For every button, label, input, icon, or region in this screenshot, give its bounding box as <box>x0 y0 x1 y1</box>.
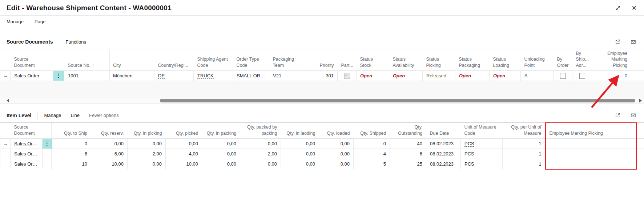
qty-packed-by-packing-cell[interactable]: 2,00 <box>240 149 281 159</box>
column-partial[interactable]: Part... <box>338 49 357 71</box>
menu-item-line[interactable]: Line <box>71 113 80 118</box>
column-status-picking[interactable]: Status Picking <box>423 49 455 71</box>
qty-in-laoding-cell[interactable]: 0,00 <box>281 138 319 149</box>
unit-of-measure-cell[interactable]: PCS <box>461 149 503 159</box>
column-qty-picked[interactable]: Qty. picked <box>166 123 202 139</box>
horizontal-scrollbar[interactable] <box>0 98 644 104</box>
mail-icon[interactable] <box>631 113 636 118</box>
menu-functions[interactable]: Functions <box>66 39 86 45</box>
collapse-window-icon[interactable] <box>615 5 621 11</box>
order-type-code-cell[interactable]: SMALL ORDE... <box>233 70 269 81</box>
column-country-region[interactable]: Country/Regi... <box>154 49 194 71</box>
by-ship-adr-checkbox[interactable] <box>579 73 585 79</box>
qty-reserv-cell[interactable]: 0,00 <box>91 138 128 149</box>
qty-packed-by-packing-cell[interactable]: 0,00 <box>240 138 281 149</box>
qty-picked-cell[interactable]: 4,00 <box>166 149 202 159</box>
qty-in-packing-cell[interactable]: 0,00 <box>202 159 240 169</box>
employee-marking-picking-cell[interactable] <box>546 159 636 169</box>
qty-to-ship-cell[interactable]: 10 <box>52 159 91 169</box>
country-region-cell[interactable]: DE <box>154 70 194 81</box>
column-qty-shipped[interactable]: Qty. Shipped <box>354 123 390 139</box>
scroll-left-icon[interactable] <box>7 99 9 102</box>
menu-manage[interactable]: Manage <box>7 19 24 24</box>
column-qty-reserv[interactable]: Qty. reserv. <box>91 123 128 139</box>
column-qty-outstanding[interactable]: Qty. Outstanding <box>390 123 426 139</box>
column-qty-in-laoding[interactable]: Qty. in laoding <box>281 123 319 139</box>
qty-per-unit-cell[interactable]: 1 <box>503 149 546 159</box>
qty-packed-by-packing-cell[interactable]: 0,00 <box>240 159 281 169</box>
qty-in-packing-cell[interactable]: 0,00 <box>202 138 240 149</box>
close-icon[interactable]: ✕ <box>632 5 637 11</box>
employee-marking-picking-cell[interactable] <box>546 149 636 159</box>
column-qty-in-picking[interactable]: Qty. in picking <box>128 123 166 139</box>
status-packaging-cell[interactable]: Open <box>455 70 490 81</box>
share-icon[interactable] <box>615 113 620 118</box>
column-city[interactable]: City <box>109 49 154 71</box>
column-by-ship-adr[interactable]: By Ship... Adr... <box>572 49 592 71</box>
partial-checkbox[interactable] <box>344 73 350 79</box>
status-loading-cell[interactable]: Open <box>490 70 521 81</box>
qty-loaded-cell[interactable]: 0,00 <box>319 138 354 149</box>
column-qty-in-packing[interactable]: Qty. in packing <box>202 123 240 139</box>
column-unit-of-measure-code[interactable]: Unit of Measure Code <box>461 123 503 139</box>
qty-in-picking-cell[interactable]: 0,00 <box>128 138 166 149</box>
qty-in-packing-cell[interactable]: 0,00 <box>202 149 240 159</box>
column-shipping-agent-code[interactable]: Shipping Agent Code <box>194 49 233 71</box>
column-qty-loaded[interactable]: Qty. loaded <box>319 123 354 139</box>
source-document-cell[interactable]: Sales Order <box>11 138 43 149</box>
qty-loaded-cell[interactable]: 0,00 <box>319 159 354 169</box>
qty-outstanding-cell[interactable]: 40 <box>390 138 426 149</box>
unit-of-measure-cell[interactable]: PCS <box>461 159 503 169</box>
status-stock-cell[interactable]: Open <box>357 70 389 81</box>
qty-outstanding-cell[interactable]: 25 <box>390 159 426 169</box>
qty-in-picking-cell[interactable]: 0,00 <box>128 159 166 169</box>
menu-item-manage[interactable]: Manage <box>44 113 61 118</box>
column-order-type-code[interactable]: Order Type Code <box>233 49 269 71</box>
scroll-right-icon[interactable] <box>639 99 642 102</box>
priority-cell[interactable]: 301 <box>310 70 338 81</box>
column-source-document[interactable]: Source Document <box>11 49 53 71</box>
qty-in-laoding-cell[interactable]: 0,00 <box>281 149 319 159</box>
column-qty-per-unit-of-measure[interactable]: Qty. per Unit of Measure <box>503 123 546 139</box>
column-by-order[interactable]: By Order <box>554 49 572 71</box>
qty-per-unit-cell[interactable]: 1 <box>503 138 546 149</box>
column-employee-marking-picking[interactable]: Employee Marking Picking <box>592 49 631 71</box>
source-document-cell[interactable]: Sales Order <box>11 70 53 81</box>
column-packaging-team[interactable]: Packaging Team <box>269 49 310 71</box>
qty-shipped-cell[interactable]: 4 <box>354 149 390 159</box>
column-employee-marking-picking[interactable]: Employee Marking Picking <box>546 123 636 139</box>
source-document-cell[interactable]: Sales Order <box>11 159 43 169</box>
city-cell[interactable]: München <box>109 70 154 81</box>
source-document-cell[interactable]: Sales Order <box>11 149 43 159</box>
qty-shipped-cell[interactable]: 5 <box>354 159 390 169</box>
qty-picked-cell[interactable]: 0,00 <box>166 138 202 149</box>
qty-picked-cell[interactable]: 10,00 <box>166 159 202 169</box>
unit-of-measure-cell[interactable]: PCS <box>461 138 503 149</box>
status-picking-cell[interactable]: Released <box>423 70 455 81</box>
qty-loaded-cell[interactable]: 0,00 <box>319 149 354 159</box>
column-due-date[interactable]: Due Date <box>426 123 461 139</box>
due-date-cell[interactable]: 08.02.2023 <box>426 138 461 149</box>
by-order-checkbox[interactable] <box>560 73 566 79</box>
menu-page[interactable]: Page <box>35 19 45 24</box>
unloading-point-cell[interactable]: A <box>521 70 554 81</box>
qty-to-ship-cell[interactable]: 6 <box>52 149 91 159</box>
column-qty-packed-by-packing[interactable]: Qty. packed by packing <box>240 123 281 139</box>
column-status-availability[interactable]: Status Availability <box>389 49 423 71</box>
column-source-document[interactable]: Source Document <box>11 123 43 139</box>
row-options-button[interactable]: ⋮ <box>53 70 64 81</box>
due-date-cell[interactable]: 08.02.2023 <box>426 149 461 159</box>
share-icon[interactable] <box>615 39 620 45</box>
column-qty-to-ship[interactable]: Qty. to Ship <box>52 123 91 139</box>
source-no-cell[interactable]: 1001 <box>64 70 109 81</box>
employee-marking-picking-cell[interactable]: 0 <box>592 70 631 81</box>
due-date-cell[interactable]: 08.02.2023 <box>426 159 461 169</box>
qty-in-picking-cell[interactable]: 2,00 <box>128 149 166 159</box>
menu-fewer-options[interactable]: Fewer options <box>89 113 119 118</box>
employee-marking-picking-cell[interactable] <box>546 138 636 149</box>
qty-per-unit-cell[interactable]: 1 <box>503 159 546 169</box>
qty-shipped-cell[interactable]: 0 <box>354 138 390 149</box>
status-availability-cell[interactable]: Open <box>389 70 423 81</box>
packaging-team-cell[interactable]: V21 <box>269 70 310 81</box>
column-unloading-point[interactable]: Unloading Point <box>521 49 554 71</box>
